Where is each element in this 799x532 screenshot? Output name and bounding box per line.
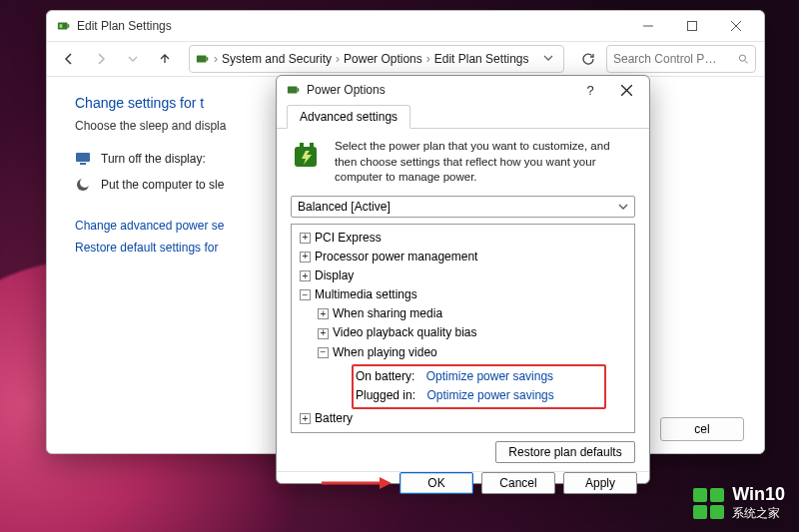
tree-node-processor[interactable]: Processor power management (315, 248, 477, 266)
svg-rect-2 (60, 24, 63, 28)
breadcrumb-item[interactable]: System and Security (222, 52, 332, 66)
breadcrumb-item[interactable]: Edit Plan Settings (434, 52, 529, 66)
up-button[interactable] (151, 45, 179, 73)
tabs-bar: Advanced settings (277, 104, 649, 129)
battery-icon (287, 83, 301, 97)
plugged-in-value[interactable]: Optimize power savings (426, 386, 553, 405)
moon-icon (75, 177, 91, 193)
display-off-label: Turn off the display: (101, 152, 206, 166)
on-battery-label: On battery: (356, 367, 414, 386)
dialog-footer: OK Cancel Apply (277, 471, 649, 494)
tree-node-battery[interactable]: Battery (315, 409, 353, 428)
svg-rect-11 (288, 87, 298, 94)
chevron-right-icon: › (336, 52, 340, 66)
svg-marker-17 (380, 477, 392, 489)
monitor-icon (75, 151, 91, 167)
apply-button[interactable]: Apply (563, 472, 637, 494)
watermark-brand: Win10 (732, 484, 785, 505)
battery-large-icon (291, 139, 325, 173)
minimize-button[interactable] (626, 11, 670, 41)
recent-dropdown[interactable] (119, 45, 147, 73)
nav-toolbar: › System and Security › Power Options › … (47, 41, 764, 77)
on-battery-value[interactable]: Optimize power savings (426, 367, 553, 386)
dialog-titlebar: Power Options ? (277, 76, 649, 104)
address-bar[interactable]: › System and Security › Power Options › … (189, 45, 564, 73)
tree-node-pci[interactable]: PCI Express (315, 229, 382, 248)
close-button[interactable] (714, 11, 758, 41)
dialog-body: Select the power plan that you want to c… (277, 129, 649, 471)
titlebar: Edit Plan Settings (47, 11, 764, 41)
restore-defaults-button[interactable]: Restore plan defaults (495, 441, 635, 463)
tree-node-sharing[interactable]: When sharing media (333, 304, 442, 323)
search-icon (738, 53, 749, 65)
expand-icon[interactable] (318, 308, 329, 319)
chevron-right-icon: › (426, 52, 430, 66)
collapse-icon[interactable] (318, 347, 329, 358)
description-row: Select the power plan that you want to c… (291, 139, 635, 186)
tab-advanced-settings[interactable]: Advanced settings (287, 105, 410, 129)
svg-point-6 (740, 55, 746, 61)
description-text: Select the power plan that you want to c… (335, 139, 635, 186)
address-dropdown[interactable] (539, 52, 557, 66)
search-box[interactable] (606, 45, 756, 73)
svg-rect-7 (76, 153, 90, 162)
sleep-label: Put the computer to sle (101, 178, 224, 192)
window-title: Edit Plan Settings (77, 19, 626, 33)
svg-rect-3 (688, 22, 697, 31)
watermark-logo-icon (693, 488, 724, 519)
watermark-sub: 系统之家 (732, 505, 785, 522)
settings-tree[interactable]: PCI Express Processor power management D… (291, 224, 635, 434)
battery-icon (57, 19, 71, 33)
highlight-box: On battery: Optimize power savings Plugg… (352, 364, 606, 409)
expand-icon[interactable] (300, 233, 311, 244)
svg-rect-1 (68, 24, 70, 28)
tree-node-playing-video[interactable]: When playing video (333, 343, 437, 362)
tree-node-display[interactable]: Display (315, 266, 354, 285)
plugged-in-label: Plugged in: (356, 386, 415, 405)
svg-point-10 (80, 178, 90, 188)
plan-dropdown[interactable]: Balanced [Active] (291, 196, 635, 218)
battery-icon (196, 52, 210, 66)
back-button[interactable] (55, 45, 83, 73)
svg-rect-15 (310, 143, 314, 147)
dialog-title: Power Options (307, 83, 573, 97)
cancel-button[interactable]: Cancel (481, 472, 555, 494)
breadcrumb-item[interactable]: Power Options (344, 52, 422, 66)
collapse-icon[interactable] (300, 289, 311, 300)
dialog-close-button[interactable] (609, 76, 643, 104)
watermark: Win10 系统之家 (693, 484, 785, 522)
annotation-arrow-icon (322, 475, 392, 491)
svg-rect-12 (298, 88, 300, 92)
expand-icon[interactable] (300, 413, 311, 424)
chevron-right-icon: › (214, 52, 218, 66)
svg-rect-8 (80, 163, 86, 165)
svg-rect-14 (300, 143, 304, 147)
help-button[interactable]: ? (573, 76, 607, 104)
plan-value: Balanced [Active] (298, 200, 391, 214)
svg-rect-0 (58, 23, 68, 30)
ok-button[interactable]: OK (400, 472, 473, 494)
forward-button[interactable] (87, 45, 115, 73)
expand-icon[interactable] (300, 270, 311, 281)
refresh-button[interactable] (574, 45, 602, 73)
search-input[interactable] (613, 52, 732, 66)
power-options-dialog: Power Options ? Advanced settings Select… (276, 75, 650, 484)
chevron-down-icon (618, 202, 628, 212)
expand-icon[interactable] (318, 328, 329, 339)
expand-icon[interactable] (300, 252, 311, 263)
svg-rect-5 (207, 57, 209, 61)
maximize-button[interactable] (670, 11, 714, 41)
tree-node-quality-bias[interactable]: Video playback quality bias (333, 323, 477, 342)
tree-node-multimedia[interactable]: Multimedia settings (315, 285, 417, 304)
cancel-button[interactable]: cel (660, 417, 744, 441)
svg-rect-4 (197, 56, 207, 63)
